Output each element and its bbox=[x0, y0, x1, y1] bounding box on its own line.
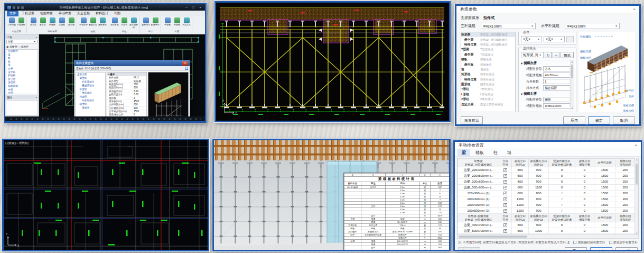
condition-select-2[interactable]: <无>▼ bbox=[544, 36, 565, 42]
category-tab[interactable]: 墙 bbox=[503, 149, 516, 156]
redo-icon[interactable] bbox=[21, 6, 24, 9]
list-item[interactable]: 矩形柱矩形柱做法 bbox=[461, 72, 515, 77]
collapse-icon[interactable]: ▾ bbox=[521, 92, 522, 96]
ribbon-tab[interactable]: 出图 bbox=[111, 11, 123, 16]
table-row[interactable]: 边梁_400x700mm (.. ✓ 6009000015002002 bbox=[458, 222, 639, 228]
list-item[interactable]: 圆形柱圆形柱做法 bbox=[461, 82, 515, 87]
value-select[interactable]: 40x70mm▼ bbox=[543, 73, 574, 78]
apply-button[interactable]: 应用 bbox=[563, 116, 585, 124]
component-tree[interactable]: 全部构件梁板柱墙立杆水平杆扫地杆剪刀撑连墙件模板面板主楞次楞对拉螺栓扣件可调底座… bbox=[6, 49, 38, 94]
cad-elevation-view[interactable]: Y X bbox=[214, 1, 451, 122]
viewport-label[interactable]: [-][俯视][二维线框] bbox=[5, 141, 29, 145]
dialog-close-button[interactable]: × bbox=[182, 61, 188, 66]
cancel-button[interactable]: 取消 bbox=[615, 247, 638, 251]
tree-item[interactable]: 扫地杆 bbox=[6, 74, 38, 78]
tree-item[interactable]: 剪刀撑 bbox=[6, 78, 38, 82]
ribbon-button[interactable]: 梁支架 bbox=[29, 17, 38, 26]
list-item[interactable]: 悬空板楼板做法 bbox=[461, 62, 515, 67]
ribbon-button[interactable]: 柱模板 bbox=[48, 17, 57, 26]
list-item[interactable]: 特殊位置矩形柱做法 bbox=[461, 77, 515, 82]
share-pole-checkbox[interactable]: ✓ bbox=[503, 180, 507, 184]
hbar-spec-select[interactable]: Φ48x3.0mm▼ bbox=[565, 23, 620, 29]
tree-node[interactable]: 板支模 bbox=[76, 87, 105, 91]
table-row[interactable]: 边梁_200x500mm (.. ✓ 6009000015002002 bbox=[458, 173, 639, 179]
share-pole-checkbox[interactable]: ✓ bbox=[503, 192, 507, 195]
list-item[interactable]: T形柱T形柱做法 bbox=[461, 87, 515, 92]
refresh-icon[interactable]: ↻ bbox=[545, 52, 552, 58]
ribbon-button[interactable]: 剖面图 bbox=[173, 17, 181, 26]
list-item[interactable]: 矩形梁矩形梁_对拉螺栓做法 bbox=[461, 32, 515, 37]
tree-item[interactable]: 立杆 bbox=[6, 67, 38, 71]
batch-edit-button[interactable]: 批量修改 bbox=[458, 247, 480, 251]
list-item[interactable]: 悬空梁矩形梁_对拉螺栓做法 bbox=[461, 37, 515, 42]
ribbon-button[interactable]: 高支模 bbox=[67, 17, 76, 26]
dialog-tree[interactable]: 支模方案 梁支模 矩形梁做法 悬挑梁做法 板支模 楼板做法 柱支模 矩形柱做法 … bbox=[76, 72, 106, 116]
list-item[interactable]: 特殊位置矩形梁_对拉螺栓做法 bbox=[461, 42, 515, 47]
ribbon-tab[interactable]: 手动布置 bbox=[56, 11, 74, 16]
tree-item[interactable]: 水平杆 bbox=[6, 71, 38, 75]
share-pole-checkbox[interactable]: ✓ bbox=[503, 223, 507, 227]
save-icon[interactable] bbox=[13, 6, 15, 9]
table-row[interactable]: 边梁_500x700mm (.. ✓ 60010000015002002 bbox=[458, 228, 639, 234]
ok-button[interactable]: 确定 bbox=[588, 116, 610, 124]
option-checkbox-2[interactable]: 梁底居中布置立杆 bbox=[609, 240, 638, 245]
ribbon-button[interactable]: 节点大样 bbox=[182, 17, 191, 26]
option-checkbox-1[interactable]: 梁两侧对称布置立杆 bbox=[573, 240, 605, 245]
tree-node[interactable]: 矩形柱做法 bbox=[76, 98, 105, 102]
property-row[interactable]: 梁底增加立杆0 bbox=[107, 113, 146, 116]
tree-item[interactable]: 柱 bbox=[6, 60, 38, 64]
value-select[interactable]: 1▼ bbox=[543, 79, 574, 84]
pole-spec-select[interactable]: Φ48x3.0mm▼ bbox=[481, 23, 536, 29]
vertical-scrollbar[interactable]: ▲▼ bbox=[634, 158, 638, 234]
ribbon-button[interactable]: 删除支架 bbox=[89, 17, 97, 26]
share-pole-checkbox[interactable]: ✓ bbox=[503, 209, 507, 213]
value-select[interactable]: 指定间距▼ bbox=[543, 85, 574, 91]
tree-node[interactable]: 墙做法 bbox=[76, 106, 105, 110]
close-icon[interactable]: × bbox=[633, 7, 636, 12]
list-item[interactable]: 楼板楼板做法 bbox=[461, 57, 515, 62]
share-pole-checkbox[interactable]: ✓ bbox=[503, 168, 507, 172]
ribbon-button[interactable]: 高支模辨识 bbox=[129, 17, 138, 29]
component-method-list[interactable]: 矩形梁矩形梁_对拉螺栓做法 悬空梁矩形梁_对拉螺栓做法 特殊位置矩形梁_对拉螺栓… bbox=[461, 32, 516, 112]
ribbon-button[interactable]: 平面图 bbox=[163, 17, 172, 26]
undo-icon[interactable] bbox=[17, 6, 20, 9]
ribbon-button[interactable]: 板支架 bbox=[39, 17, 47, 26]
horizontal-scrollbar[interactable] bbox=[457, 235, 639, 239]
tree-item[interactable]: 板 bbox=[6, 57, 38, 60]
tree-item[interactable]: 次楞 bbox=[6, 92, 38, 94]
pin-icon[interactable]: ▪ bbox=[36, 35, 37, 39]
pin-icon[interactable]: ▪ bbox=[36, 96, 37, 99]
radio-by-floor[interactable]: ◉ 按楼层 bbox=[6, 45, 17, 48]
table-row[interactable]: 边梁_200x300mm (.. ✓ 6009000015002002 bbox=[458, 167, 639, 173]
status-toggle-icons[interactable] bbox=[10, 118, 201, 121]
share-pole-checkbox[interactable]: ✓ bbox=[503, 186, 507, 189]
ribbon-button[interactable]: 材料统计 bbox=[142, 17, 150, 26]
beam-formwork-preview[interactable] bbox=[148, 72, 189, 116]
table-row[interactable]: 边梁_200x600mm (.. ✓ 6009000015002002 bbox=[458, 179, 639, 185]
ribbon-button[interactable]: 手动排布 bbox=[79, 17, 88, 26]
table-row[interactable]: 200x500mm (3) ✓ 1200900/015002002 bbox=[458, 208, 639, 214]
ribbon-button[interactable]: 安全复核 bbox=[110, 17, 119, 26]
table-row[interactable]: 120x300mm (1) ✓ 600900/015002002 bbox=[458, 191, 639, 196]
ribbon-button[interactable]: 参数修改 bbox=[98, 17, 107, 26]
value-select[interactable]: Φ48x3.0mm▼ bbox=[543, 103, 574, 109]
list-item[interactable]: 自定义异...自定义异形柱做法 bbox=[461, 102, 515, 106]
value-select[interactable]: 方木▼ bbox=[543, 66, 574, 71]
tree-node[interactable]: 支模方案 bbox=[76, 73, 105, 76]
category-tab[interactable]: 楼板 bbox=[471, 149, 488, 156]
table-row[interactable]: 200x300mm (1) ✓ 1200900/015002002 bbox=[458, 196, 639, 202]
ok-button[interactable]: 确定 bbox=[590, 247, 612, 251]
layout-table-area[interactable]: 矩形梁 矩形梁_对拉螺栓做法立杆 共用梁底立杆 间距La梁底横向立杆 间距Lb近… bbox=[457, 158, 639, 235]
close-button[interactable]: × bbox=[198, 6, 203, 9]
ribbon-button[interactable]: 配模统计 bbox=[151, 17, 160, 26]
maximize-button[interactable]: □ bbox=[191, 6, 196, 9]
ribbon-button[interactable]: 工程信息 bbox=[7, 17, 16, 26]
share-pole-checkbox[interactable]: ✓ bbox=[503, 229, 507, 233]
radio-by-component[interactable]: ○ 按构件 bbox=[18, 45, 29, 48]
method-select[interactable]: 矩形梁_对拉螺栓做法▼ bbox=[521, 52, 544, 58]
tree-node[interactable]: 梁支模 bbox=[76, 76, 105, 80]
cad-plan-view[interactable]: [-][俯视][二维线框] bbox=[2, 139, 209, 251]
ribbon-button[interactable]: 计算书 bbox=[120, 17, 128, 26]
list-item[interactable]: Z形柱Z形柱做法 bbox=[461, 97, 515, 102]
share-pole-checkbox[interactable]: ✓ bbox=[503, 203, 507, 207]
